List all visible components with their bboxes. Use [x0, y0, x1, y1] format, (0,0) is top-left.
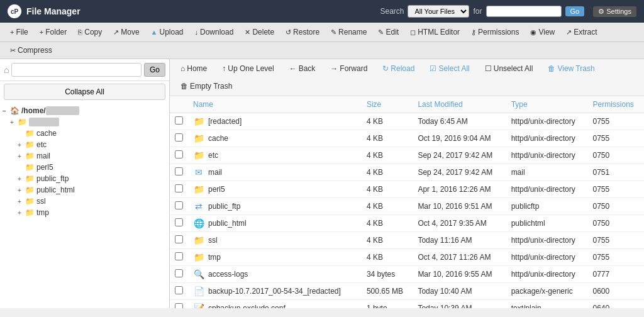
table-row[interactable]: 📁 ssl 4 KB Today 11:16 AM httpd/unix-dir…	[170, 232, 644, 249]
row-checkbox[interactable]	[175, 167, 183, 175]
view-button[interactable]: ◉ View	[525, 25, 560, 39]
file-type: mail	[506, 164, 588, 181]
table-row[interactable]: 📁 etc 4 KB Sep 24, 2017 9:42 AM httpd/un…	[170, 147, 644, 164]
table-row[interactable]: 🌐 public_html 4 KB Oct 4, 2017 9:35 AM p…	[170, 215, 644, 232]
back-button[interactable]: ← Back	[284, 62, 321, 75]
file-modified: Sep 24, 2017 9:42 AM	[413, 164, 506, 181]
extract-button[interactable]: ↗ Extract	[561, 25, 602, 39]
col-type[interactable]: Type	[506, 96, 588, 113]
col-name[interactable]: Name	[188, 96, 362, 113]
restore-button[interactable]: ↺ Restore	[280, 25, 325, 39]
row-checkbox[interactable]	[175, 133, 183, 142]
for-label: for	[473, 7, 482, 16]
file-size: 4 KB	[362, 198, 413, 215]
col-modified[interactable]: Last Modified	[413, 96, 506, 113]
file-type: httpd/unix-directory	[506, 232, 588, 249]
col-size[interactable]: Size	[362, 96, 413, 113]
view-trash-button[interactable]: 🗑 View Trash	[542, 62, 600, 75]
file-type: httpd/unix-directory	[506, 249, 588, 266]
collapse-all-button[interactable]: Collapse All	[4, 84, 165, 100]
compress-button[interactable]: ✂ Compress	[5, 43, 57, 57]
forward-button[interactable]: → Forward	[325, 62, 373, 75]
file-icon: 📁	[193, 252, 204, 263]
new-folder-button[interactable]: + Folder	[35, 25, 72, 39]
permissions-button[interactable]: ⚷ Permissions	[466, 25, 524, 39]
table-row[interactable]: 📁 tmp 4 KB Oct 4, 2017 11:26 AM httpd/un…	[170, 249, 644, 266]
reload-button[interactable]: ↻ Reload	[377, 62, 420, 75]
home-nav-button[interactable]: ⌂ Home	[175, 62, 213, 75]
sidebar-search-bar: ⌂ Go	[0, 59, 169, 81]
upload-button[interactable]: ▲ Upload	[146, 25, 189, 39]
search-label: Search	[380, 7, 404, 16]
tree-item-perl5[interactable]: 📁 perl5	[0, 162, 169, 173]
row-checkbox[interactable]	[175, 150, 183, 158]
copy-button[interactable]: ⎘ Copy	[73, 25, 107, 39]
row-checkbox[interactable]	[175, 269, 183, 277]
new-file-button[interactable]: + File	[5, 25, 33, 39]
file-name: perl5	[208, 185, 225, 194]
tree-item-tmp[interactable]: + 📁 tmp	[0, 207, 169, 218]
move-button[interactable]: ↗ Move	[108, 25, 144, 39]
row-checkbox[interactable]	[175, 235, 183, 243]
download-button[interactable]: ↓ Download	[190, 25, 239, 39]
file-type: publicftp	[506, 198, 588, 215]
table-row[interactable]: 📁 [redacted] 4 KB Today 6:45 AM httpd/un…	[170, 113, 644, 130]
toolbar: + File + Folder ⎘ Copy ↗ Move ▲ Upload ↓…	[0, 23, 644, 42]
tree-item-ssl[interactable]: + 📁 ssl	[0, 196, 169, 207]
row-checkbox[interactable]	[175, 184, 183, 192]
sidebar-go-button[interactable]: Go	[144, 63, 165, 77]
table-row[interactable]: ✉ mail 4 KB Sep 24, 2017 9:42 AM mail 07…	[170, 164, 644, 181]
tree-item-root[interactable]: − 🏠 /home/xxxxxxxx	[0, 105, 169, 116]
toolbar-row2: ✂ Compress	[0, 42, 644, 59]
unselect-all-button[interactable]: ☐ Unselect All	[479, 62, 539, 75]
table-row[interactable]: ⇄ public_ftp 4 KB Mar 10, 2016 9:51 AM p…	[170, 198, 644, 215]
settings-button[interactable]: ⚙ Settings	[593, 6, 636, 17]
table-row[interactable]: 📄 backup-10.7.2017_00-54-34_[redacted] 5…	[170, 283, 644, 300]
row-checkbox[interactable]	[175, 201, 183, 209]
select-all-button[interactable]: ☑ Select All	[424, 62, 475, 75]
file-icon: ✉	[193, 167, 204, 178]
file-type: httpd/unix-directory	[506, 147, 588, 164]
sidebar: ⌂ Go Collapse All − 🏠 /home/xxxxxxxx + 📁…	[0, 59, 170, 308]
file-size: 4 KB	[362, 249, 413, 266]
delete-button[interactable]: ✕ Delete	[240, 25, 279, 39]
search-scope-select[interactable]: All Your Files	[408, 5, 469, 18]
table-row[interactable]: 📝 cpbackup-exclude.conf 1 byte Today 10:…	[170, 300, 644, 309]
file-type: httpd/unix-directory	[506, 266, 588, 283]
tree-item-public-html[interactable]: + 📁 public_html	[0, 184, 169, 196]
sidebar-path-input[interactable]	[11, 63, 142, 77]
table-row[interactable]: 📁 cache 4 KB Oct 19, 2016 9:04 AM httpd/…	[170, 130, 644, 147]
row-checkbox[interactable]	[175, 252, 183, 260]
file-size: 500.65 MB	[362, 283, 413, 300]
file-permissions: 0755	[587, 113, 644, 130]
empty-trash-button[interactable]: 🗑 Empty Trash	[175, 79, 238, 93]
tree-cache-label: cache	[36, 129, 57, 138]
file-modified: Today 11:16 AM	[413, 232, 506, 249]
file-permissions: 0750	[587, 147, 644, 164]
file-modified: Today 10:39 AM	[413, 300, 506, 309]
row-checkbox[interactable]	[175, 286, 183, 294]
col-permissions[interactable]: Permissions	[587, 96, 644, 113]
row-checkbox[interactable]	[175, 303, 183, 308]
tree-item-cache[interactable]: 📁 cache	[0, 128, 169, 139]
app-title: File Manager	[26, 6, 80, 16]
tree-item-etc[interactable]: + 📁 etc	[0, 139, 169, 150]
tree-item-home-child[interactable]: + 📁 xxxxxxxx	[0, 116, 169, 128]
rename-button[interactable]: ✎ Rename	[326, 25, 372, 39]
table-row[interactable]: 🔍 access-logs 34 bytes Mar 10, 2016 9:55…	[170, 266, 644, 283]
table-row[interactable]: 📁 perl5 4 KB Apr 1, 2016 12:26 AM httpd/…	[170, 181, 644, 198]
file-size: 4 KB	[362, 232, 413, 249]
search-go-button[interactable]: Go	[565, 6, 585, 16]
row-checkbox[interactable]	[175, 218, 183, 226]
file-icon: 📁	[193, 116, 204, 127]
tree-item-public-ftp[interactable]: + 📁 public_ftp	[0, 173, 169, 184]
search-input[interactable]	[486, 6, 562, 17]
up-one-level-button[interactable]: ↑ Up One Level	[216, 62, 279, 75]
row-checkbox[interactable]	[175, 116, 183, 125]
html-editor-button[interactable]: ◻ HTML Editor	[405, 25, 465, 39]
file-name: public_html	[208, 219, 247, 228]
tree-item-mail[interactable]: + 📁 mail	[0, 150, 169, 162]
edit-button[interactable]: ✎ Edit	[373, 25, 404, 39]
tree-public-html-label: public_html	[36, 186, 75, 194]
folder-icon-cache: 📁	[25, 129, 35, 138]
